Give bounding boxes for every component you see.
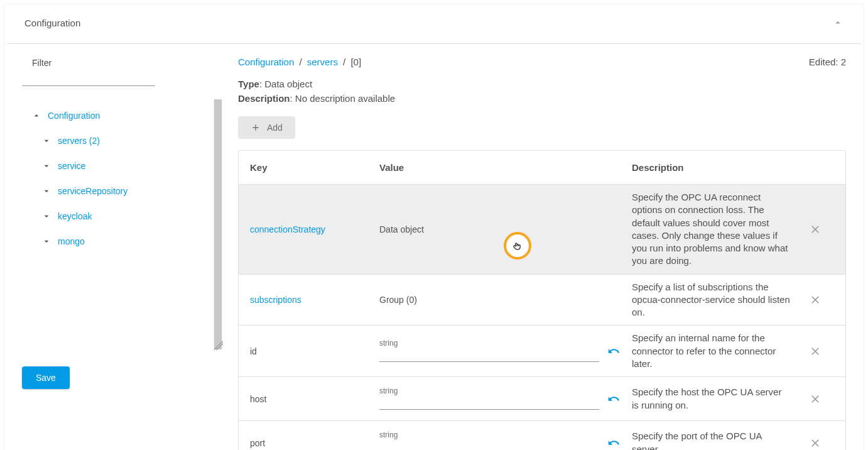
tree-item-label: servers (2) xyxy=(58,136,100,146)
close-icon[interactable] xyxy=(808,293,822,307)
description-text: Specify an internal name for the connect… xyxy=(632,332,790,370)
filter-label: Filter xyxy=(32,58,223,68)
edited-count: Edited: 2 xyxy=(809,57,846,67)
key-link-subscriptions[interactable]: subscriptions xyxy=(250,295,301,305)
breadcrumb: Configuration / servers / [0] xyxy=(238,57,361,67)
tree-item-label: serviceRepository xyxy=(58,186,127,196)
value-input-id[interactable] xyxy=(379,340,599,362)
resize-handle[interactable] xyxy=(214,341,223,350)
tree-item-keycloak[interactable]: keycloak xyxy=(23,204,211,229)
tree-item-label: mongo xyxy=(58,236,85,246)
close-icon[interactable] xyxy=(808,436,822,450)
chevron-down-icon xyxy=(39,136,54,146)
chevron-up-icon xyxy=(832,17,844,28)
panel-title: Configuration xyxy=(24,18,80,28)
chevron-down-icon xyxy=(39,186,54,196)
plus-icon xyxy=(251,123,261,133)
col-value: Value xyxy=(379,162,632,173)
chevron-down-icon xyxy=(39,236,54,246)
table-row: subscriptionsGroup (0)Specify a list of … xyxy=(239,274,845,326)
key-link-connectionStrategy[interactable]: connectionStrategy xyxy=(250,224,325,234)
add-button[interactable]: Add xyxy=(238,116,295,139)
value-input-port[interactable] xyxy=(379,432,599,450)
tree-item-servers[interactable]: servers (2) xyxy=(23,128,211,153)
key-text-port: port xyxy=(250,438,265,448)
breadcrumb-current: [0] xyxy=(350,57,361,67)
tree-item-serviceRepository[interactable]: serviceRepository xyxy=(23,178,211,204)
description-text: Specify a list of subscriptions the opcu… xyxy=(632,281,790,319)
chevron-up-icon xyxy=(29,111,44,121)
description-text: Specify the port of the OPC UA server. xyxy=(632,430,790,450)
undo-icon[interactable] xyxy=(607,392,621,406)
undo-icon[interactable] xyxy=(607,436,621,450)
value-text: Group (0) xyxy=(379,295,417,305)
config-tree: Configuration servers (2)serviceserviceR… xyxy=(23,99,222,254)
filter-input[interactable] xyxy=(22,70,155,86)
value-input-host[interactable] xyxy=(379,388,599,410)
description-text: Specify the OPC UA reconnect options on … xyxy=(632,191,790,268)
breadcrumb-configuration[interactable]: Configuration xyxy=(238,57,294,67)
key-text-id: id xyxy=(250,346,257,356)
tree-item-mongo[interactable]: mongo xyxy=(23,229,211,254)
value-text: Data object xyxy=(379,224,424,234)
description-line: Description: No description available xyxy=(238,93,846,104)
table-row: connectionStrategyData objectSpecify the… xyxy=(239,184,845,274)
close-icon[interactable] xyxy=(808,392,822,406)
close-icon[interactable] xyxy=(808,222,822,236)
table-row: idstringSpecify an internal name for the… xyxy=(239,325,845,376)
key-text-host: host xyxy=(250,394,266,404)
breadcrumb-servers[interactable]: servers xyxy=(307,57,338,67)
undo-icon[interactable] xyxy=(607,344,621,358)
chevron-down-icon xyxy=(39,161,54,171)
table-row: portstringSpecify the port of the OPC UA… xyxy=(239,420,845,450)
tree-root-label: Configuration xyxy=(48,111,100,121)
tree-item-label: service xyxy=(58,161,85,171)
tree-item-service[interactable]: service xyxy=(23,153,211,178)
close-icon[interactable] xyxy=(808,344,822,358)
tree-item-label: keycloak xyxy=(58,211,92,221)
col-desc: Description xyxy=(632,162,796,173)
tree-root[interactable]: Configuration xyxy=(23,103,211,128)
description-text: Specify the host the OPC UA server is ru… xyxy=(632,386,790,412)
chevron-down-icon xyxy=(39,211,54,221)
scrollbar[interactable] xyxy=(214,99,222,349)
type-line: Type: Data object xyxy=(238,79,846,89)
col-key: Key xyxy=(250,162,379,173)
save-button[interactable]: Save xyxy=(22,366,70,389)
properties-table: Key Value Description connectionStrategy… xyxy=(238,150,846,450)
panel-header[interactable]: Configuration xyxy=(7,4,861,44)
add-button-label: Add xyxy=(267,123,283,133)
table-row: hoststringSpecify the host the OPC UA se… xyxy=(239,376,845,420)
